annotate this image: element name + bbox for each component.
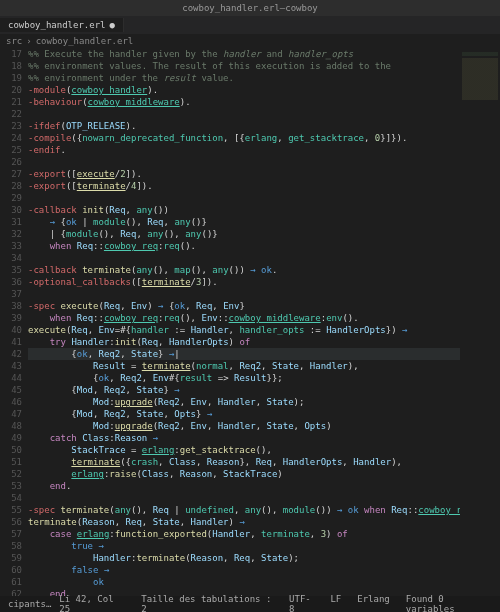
code-line[interactable]: try Handler:init(Req, HandlerOpts) of [28, 336, 460, 348]
status-encoding[interactable]: UTF-8 [285, 594, 318, 612]
line-number: 48 [0, 420, 22, 432]
line-number: 59 [0, 552, 22, 564]
line-number: 25 [0, 144, 22, 156]
line-number: 28 [0, 180, 22, 192]
code-line[interactable]: Mod:upgrade(Req2, Env, Handler, State); [28, 396, 460, 408]
code-line[interactable] [28, 288, 460, 300]
title-bar: cowboy_handler.erl — cowboy [0, 0, 500, 16]
editor[interactable]: 1718192021222324252627282930313233343536… [0, 48, 500, 596]
line-number: 43 [0, 360, 22, 372]
line-number: 53 [0, 480, 22, 492]
code-line[interactable]: catch Class:Reason → [28, 432, 460, 444]
editor-main: 1718192021222324252627282930313233343536… [0, 48, 500, 596]
tab-label: cowboy_handler.erl [8, 20, 106, 30]
line-number: 22 [0, 108, 22, 120]
modified-icon: ● [110, 20, 115, 30]
status-vars[interactable]: Found 0 variables [402, 594, 496, 612]
code-line[interactable]: true → [28, 540, 460, 552]
tab-cowboy-handler[interactable]: cowboy_handler.erl ● [0, 18, 124, 32]
line-number: 31 [0, 216, 22, 228]
code-line[interactable]: when Req::cowboy_req:req(), Env::cowboy_… [28, 312, 460, 324]
code-line[interactable]: case erlang:function_exported(Handler, t… [28, 528, 460, 540]
code-line[interactable]: → {ok | module(), Req, any()} [28, 216, 460, 228]
line-number: 18 [0, 60, 22, 72]
code-line[interactable]: -optional_callbacks([terminate/3]). [28, 276, 460, 288]
code-line[interactable]: -ifdef(OTP_RELEASE). [28, 120, 460, 132]
code-line[interactable]: Mod:upgrade(Req2, Env, Handler, State, O… [28, 420, 460, 432]
line-number: 49 [0, 432, 22, 444]
status-eol[interactable]: LF [326, 594, 345, 612]
code-line[interactable]: -spec terminate(any(), Req | undefined, … [28, 504, 460, 516]
code-line[interactable]: -callback init(Req, any()) [28, 204, 460, 216]
line-number: 29 [0, 192, 22, 204]
chevron-right-icon: › [26, 36, 31, 46]
code-line[interactable]: {ok, Req2, Env#{result => Result}}; [28, 372, 460, 384]
minimap-preview [462, 52, 498, 132]
line-number: 52 [0, 468, 22, 480]
breadcrumb[interactable]: src › cowboy_handler.erl [0, 34, 500, 48]
title-filename: cowboy_handler.erl [182, 3, 280, 13]
line-number: 56 [0, 516, 22, 528]
status-lang[interactable]: Erlang [353, 594, 394, 612]
code-line[interactable]: erlang:raise(Class, Reason, StackTrace) [28, 468, 460, 480]
code-line[interactable] [28, 156, 460, 168]
line-number: 17 [0, 48, 22, 60]
code-line[interactable]: StackTrace = erlang:get_stacktrace(), [28, 444, 460, 456]
code-line[interactable] [28, 192, 460, 204]
code-area[interactable]: %% Execute the handler given by the hand… [28, 48, 460, 596]
code-line[interactable]: end. [28, 480, 460, 492]
code-line[interactable]: execute(Req, Env=#{handler := Handler, h… [28, 324, 460, 336]
line-number: 33 [0, 240, 22, 252]
line-number: 40 [0, 324, 22, 336]
code-line[interactable]: terminate(Reason, Req, State, Handler) → [28, 516, 460, 528]
breadcrumb-src[interactable]: src [6, 36, 22, 46]
status-tabsize[interactable]: Taille des tabulations : 2 [137, 594, 277, 612]
line-number: 60 [0, 564, 22, 576]
code-line[interactable]: -export([execute/2]). [28, 168, 460, 180]
code-line[interactable] [28, 108, 460, 120]
status-left[interactable]: cipants… [4, 599, 55, 609]
minimap[interactable] [460, 48, 500, 596]
code-line[interactable]: -spec execute(Req, Env) → {ok, Req, Env} [28, 300, 460, 312]
code-line[interactable]: ok [28, 576, 460, 588]
line-number: 38 [0, 300, 22, 312]
line-number: 44 [0, 372, 22, 384]
code-line[interactable]: -compile({nowarn_deprecated_function, [{… [28, 132, 460, 144]
code-line[interactable]: false → [28, 564, 460, 576]
line-number: 62 [0, 588, 22, 596]
code-line[interactable]: Result = terminate(normal, Req2, State, … [28, 360, 460, 372]
code-line[interactable]: when Req::cowboy_req:req(). [28, 240, 460, 252]
line-number: 50 [0, 444, 22, 456]
status-bar: cipants… Li 42, Col 25 Taille des tabula… [0, 596, 500, 612]
line-number: 32 [0, 228, 22, 240]
code-line[interactable] [28, 492, 460, 504]
code-line[interactable]: {Mod, Req2, State, Opts} → [28, 408, 460, 420]
line-number: 47 [0, 408, 22, 420]
code-line[interactable]: end. [28, 588, 460, 596]
code-line[interactable]: | {module(), Req, any(), any()} [28, 228, 460, 240]
code-line[interactable]: terminate({crash, Class, Reason}, Req, H… [28, 456, 460, 468]
breadcrumb-file[interactable]: cowboy_handler.erl [36, 36, 134, 46]
code-line[interactable]: {ok, Req2, State} →| [28, 348, 460, 360]
code-line[interactable]: %% Execute the handler given by the hand… [28, 48, 460, 60]
line-number: 55 [0, 504, 22, 516]
status-line-col[interactable]: Li 42, Col 25 [55, 594, 129, 612]
code-line[interactable]: -callback terminate(any(), map(), any())… [28, 264, 460, 276]
line-number: 54 [0, 492, 22, 504]
code-line[interactable]: -endif. [28, 144, 460, 156]
code-line[interactable]: Handler:terminate(Reason, Req, State); [28, 552, 460, 564]
line-number: 37 [0, 288, 22, 300]
line-number: 21 [0, 96, 22, 108]
code-line[interactable]: {Mod, Req2, State} → [28, 384, 460, 396]
code-line[interactable]: -export([terminate/4]). [28, 180, 460, 192]
line-number: 35 [0, 264, 22, 276]
line-number: 58 [0, 540, 22, 552]
code-line[interactable]: -behaviour(cowboy_middleware). [28, 96, 460, 108]
code-line[interactable]: %% environment under the result value. [28, 72, 460, 84]
line-number: 41 [0, 336, 22, 348]
line-number: 36 [0, 276, 22, 288]
code-line[interactable]: %% environment values. The result of thi… [28, 60, 460, 72]
line-number: 19 [0, 72, 22, 84]
code-line[interactable] [28, 252, 460, 264]
code-line[interactable]: -module(cowboy_handler). [28, 84, 460, 96]
